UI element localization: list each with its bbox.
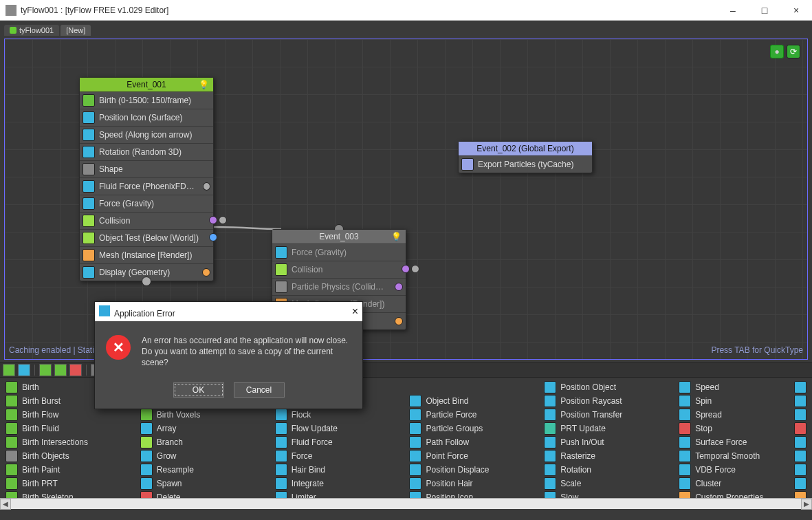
palette-item[interactable]: Cluster (679, 477, 806, 490)
window-maximize-button[interactable]: □ (749, 0, 780, 21)
palette-item[interactable]: Branch (140, 435, 268, 449)
node-event-002[interactable]: Event_002 (Global Export) Export Particl… (458, 141, 593, 173)
operator-icon (679, 409, 691, 421)
refresh-button[interactable]: ⟳ (787, 45, 800, 58)
dialog-close-button[interactable]: × (352, 305, 358, 318)
operator-row[interactable]: Particle Physics (Collid… (272, 278, 406, 295)
operator-row[interactable]: Speed (Along icon arrow) (80, 126, 213, 143)
palette-item[interactable]: Birth Flow (6, 408, 133, 422)
palette-item[interactable]: Flock (275, 408, 403, 422)
palette-item[interactable]: Particle Groups (409, 422, 537, 435)
operator-row[interactable]: Fluid Force (PhoenixFDLiq… (80, 177, 213, 195)
scroll-left-button[interactable]: ◀ (0, 499, 11, 510)
palette-item[interactable]: Integrate (275, 477, 403, 490)
operator-row[interactable]: Collision (80, 212, 213, 229)
palette-item[interactable]: Path Follow (409, 435, 537, 449)
tool-button[interactable] (18, 364, 30, 376)
tab-tyflow001[interactable]: tyFlow001 (4, 25, 59, 36)
palette-item[interactable]: Birth Fluid (6, 422, 133, 435)
palette-item[interactable]: Hair Bind (275, 463, 403, 477)
palette-item[interactable]: Birth Skeleton (6, 490, 133, 498)
scroll-right-button[interactable]: ▶ (801, 499, 812, 510)
operator-row[interactable]: Mesh (Instance [Render]) (80, 246, 213, 263)
palette-item[interactable]: Birth Intersections (6, 435, 133, 449)
palette-item[interactable]: Position Transfer (544, 408, 672, 422)
palette-item[interactable]: Rasterize (544, 449, 672, 463)
palette-item[interactable]: Particle Force (409, 408, 537, 422)
palette-item[interactable]: Scale (544, 477, 672, 490)
operator-row[interactable]: Position Icon (Surface) (80, 109, 213, 126)
palette-item[interactable]: Birth Paint (6, 463, 133, 477)
ok-button[interactable]: OK (173, 382, 224, 398)
palette-item[interactable]: Force (275, 449, 403, 463)
palette-item[interactable]: Fluid Force (275, 435, 403, 449)
palette-item[interactable]: Object Bind (409, 394, 537, 408)
operator-row[interactable]: Rotation (Random 3D) (80, 143, 213, 160)
dialog-titlebar[interactable]: Application Error × (95, 302, 362, 321)
palette-item[interactable]: Rotation (544, 463, 672, 477)
palette-item[interactable]: Resample (140, 463, 268, 477)
operator-row[interactable]: Birth (0-1500: 150/frame) (80, 91, 213, 109)
bulb-icon[interactable]: 💡 (391, 232, 402, 241)
palette-label: Scale (560, 479, 581, 488)
operator-row[interactable]: Export Particles (tyCache) (459, 155, 592, 173)
palette-item[interactable]: Delete (140, 490, 268, 498)
palette-item[interactable]: Slow (544, 490, 672, 498)
palette-item[interactable]: Position Hair (409, 477, 537, 490)
tab-new[interactable]: [New] (61, 25, 91, 36)
output-port[interactable] (209, 216, 217, 224)
palette-item[interactable]: Temporal Smooth (679, 449, 806, 463)
window-minimize-button[interactable]: – (717, 0, 749, 21)
operator-row[interactable]: Shape (80, 160, 213, 177)
palette-item[interactable]: Spread (679, 408, 806, 422)
palette-item[interactable]: Birth Objects (6, 449, 133, 463)
node-event-001[interactable]: Event_001 💡 Birth (0-1500: 150/frame)Pos… (79, 77, 214, 281)
node-header[interactable]: Event_002 (Global Export) (459, 142, 592, 155)
node-header[interactable]: Event_003 💡 (272, 230, 406, 243)
palette-item[interactable]: PRT Update (544, 422, 672, 435)
palette-label: VDB Force (695, 465, 736, 475)
output-port[interactable] (219, 216, 227, 224)
tool-button[interactable] (39, 364, 52, 376)
output-port[interactable] (395, 317, 403, 325)
horizontal-scrollbar[interactable]: ◀ ▶ (0, 498, 812, 509)
palette-item[interactable]: Speed (679, 380, 806, 394)
palette-item[interactable]: Position Icon (409, 490, 537, 498)
palette-item[interactable]: Position Raycast (544, 394, 672, 408)
tool-button[interactable] (54, 364, 67, 376)
output-port[interactable] (395, 283, 403, 291)
palette-item[interactable]: Position Displace (409, 463, 537, 477)
operator-row[interactable]: Force (Gravity) (272, 243, 406, 261)
palette-item[interactable]: Array (140, 422, 268, 435)
palette-item[interactable]: Grow (140, 449, 268, 463)
palette-item[interactable]: Limiter (275, 490, 403, 498)
cancel-button[interactable]: Cancel (234, 382, 285, 398)
tool-button[interactable] (3, 364, 15, 376)
bulb-icon[interactable]: 💡 (199, 80, 209, 89)
palette-item[interactable]: Push In/Out (544, 435, 672, 449)
output-port[interactable] (209, 233, 217, 241)
enable-toggle[interactable]: ● (770, 45, 784, 58)
output-port[interactable] (411, 265, 419, 273)
palette-item[interactable]: Position Object (544, 380, 672, 394)
palette-item[interactable]: Flow Update (275, 422, 403, 435)
palette-item[interactable]: Point Force (409, 449, 537, 463)
node-output-port[interactable] (142, 277, 151, 286)
palette-item[interactable]: Spin (679, 394, 806, 408)
palette-item[interactable]: Stop (679, 422, 806, 435)
palette-item[interactable]: Spawn (140, 477, 268, 490)
palette-item[interactable]: Birth PRT (6, 477, 133, 490)
palette-item[interactable]: VDB Force (679, 463, 806, 477)
operator-row[interactable]: Collision (272, 261, 406, 278)
palette-item[interactable]: Surface Force (679, 435, 806, 449)
operator-row[interactable]: Object Test (Below [World]) (80, 229, 213, 246)
node-header[interactable]: Event_001 💡 (80, 78, 213, 91)
operator-row[interactable]: Force (Gravity) (80, 195, 213, 212)
palette-item[interactable]: Custom Properties (679, 490, 806, 498)
scroll-track[interactable] (11, 499, 801, 510)
output-port[interactable] (402, 265, 410, 273)
tool-button[interactable] (69, 364, 82, 376)
window-close-button[interactable]: × (780, 0, 812, 21)
output-port[interactable] (202, 268, 210, 277)
palette-item[interactable]: Birth Voxels (140, 408, 268, 422)
